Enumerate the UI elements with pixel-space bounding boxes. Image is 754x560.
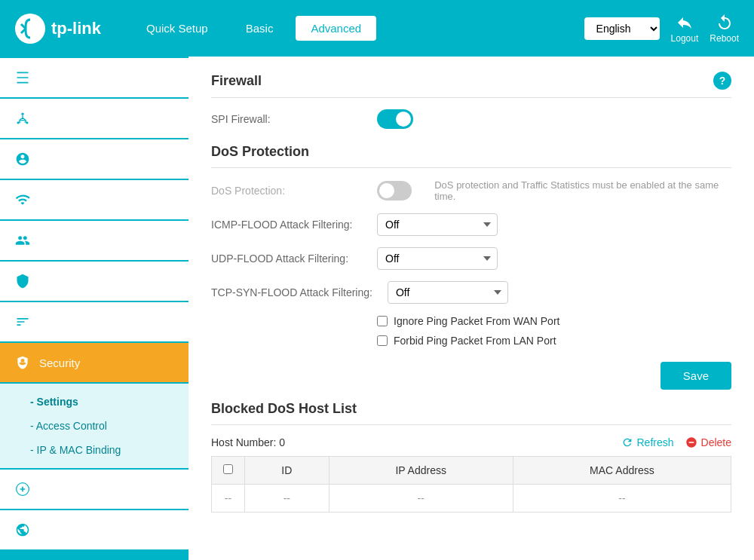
row-id-cell: --: [245, 485, 329, 513]
sidebar-sub-access-control[interactable]: - Access Control: [0, 414, 188, 438]
table-row: -- -- -- --: [212, 485, 731, 513]
parental-icon: [15, 274, 30, 289]
sidebar-item-operation-mode[interactable]: Operation Mode: [0, 139, 188, 179]
sidebar-item-wireless[interactable]: Wireless: [0, 180, 188, 219]
sidebar-item-ipv6[interactable]: IPv6: [0, 510, 188, 549]
tab-advanced[interactable]: Advanced: [296, 16, 376, 41]
dos-section-title: DoS Protection: [211, 144, 731, 168]
main-layout: Status Network Operation Mode Wireless G…: [0, 57, 754, 560]
forbid-ping-lan-checkbox[interactable]: [377, 335, 388, 346]
header-id-col: ID: [245, 457, 329, 485]
dos-toggle[interactable]: [377, 181, 412, 200]
dos-note: DoS protection and Traffic Statistics mu…: [434, 179, 731, 202]
sidebar-item-network[interactable]: Network: [0, 99, 188, 138]
dos-section: DoS Protection DoS Protection: DoS prote…: [211, 144, 731, 347]
blocked-section-title: Blocked DoS Host List: [211, 401, 731, 425]
logout-icon: [676, 14, 694, 32]
logout-button[interactable]: Logout: [671, 14, 699, 44]
operation-icon: [15, 151, 30, 167]
sidebar-item-status[interactable]: Status: [0, 58, 188, 97]
content-area: Firewall ? SPI Firewall: DoS Protection …: [188, 57, 754, 560]
logo-text: tp-link: [51, 19, 101, 38]
sidebar-sub-menu: - Settings - Access Control - IP & MAC B…: [0, 384, 188, 468]
tcp-label: TCP-SYN-FLOOD Attack Filtering:: [211, 286, 372, 298]
sidebar-sub-ip-mac-binding[interactable]: - IP & MAC Binding: [0, 438, 188, 462]
udp-flood-row: UDP-FLOOD Attack Filtering: Off Low Midd…: [211, 247, 731, 270]
icmp-flood-row: ICMP-FLOOD Attack Filtering: Off Low Mid…: [211, 213, 731, 236]
action-buttons: Refresh Delete: [621, 436, 732, 448]
reboot-icon: [716, 14, 734, 32]
dos-label: DoS Protection:: [211, 185, 362, 197]
logo: tp-link: [15, 14, 101, 44]
wireless-icon: [15, 192, 30, 207]
save-button[interactable]: Save: [661, 362, 731, 390]
reboot-button[interactable]: Reboot: [710, 14, 739, 44]
nav-tabs: Quick Setup Basic Advanced: [131, 16, 584, 41]
udp-select[interactable]: Off Low Middle High: [377, 247, 498, 270]
header: tp-link Quick Setup Basic Advanced Engli…: [0, 0, 754, 57]
svg-point-0: [15, 14, 45, 44]
host-info-bar: Host Number: 0 Refresh Delete: [211, 436, 731, 448]
blocked-dos-section: Blocked DoS Host List Host Number: 0 Ref…: [211, 390, 731, 513]
sidebar-item-security[interactable]: Security: [0, 343, 188, 382]
forbid-ping-lan-row: Forbid Ping Packet From LAN Port: [377, 335, 731, 347]
icmp-select[interactable]: Off Low Middle High: [377, 213, 498, 236]
ignore-ping-wan-checkbox[interactable]: [377, 316, 388, 326]
table-header-row: ID IP Address MAC Address: [212, 457, 731, 485]
sidebar-sub-settings[interactable]: - Settings: [0, 390, 188, 414]
tab-basic[interactable]: Basic: [231, 16, 289, 41]
row-mac-cell: --: [513, 485, 731, 513]
ignore-ping-wan-row: Ignore Ping Packet From WAN Port: [377, 315, 731, 327]
forbid-ping-lan-label: Forbid Ping Packet From LAN Port: [394, 335, 556, 347]
delete-button[interactable]: Delete: [685, 436, 731, 448]
logo-icon: [15, 14, 45, 44]
tab-quick-setup[interactable]: Quick Setup: [131, 16, 223, 41]
sidebar-item-guest-network[interactable]: Guest Network: [0, 221, 188, 260]
refresh-icon: [621, 436, 633, 448]
ignore-ping-wan-label: Ignore Ping Packet From WAN Port: [394, 315, 559, 327]
spi-toggle[interactable]: [377, 109, 413, 129]
network-icon: [15, 111, 30, 126]
header-checkbox-col: [212, 457, 245, 485]
header-right: English Logout Reboot: [584, 14, 739, 44]
icmp-label: ICMP-FLOOD Attack Filtering:: [211, 219, 362, 231]
host-count: Host Number: 0: [211, 436, 285, 448]
row-ip-cell: --: [329, 485, 513, 513]
security-icon: [15, 355, 30, 370]
select-all-checkbox[interactable]: [223, 464, 233, 474]
header-ip-col: IP Address: [329, 457, 513, 485]
help-icon[interactable]: ?: [713, 72, 731, 90]
sidebar-item-nat-forwarding[interactable]: NAT Forwarding: [0, 470, 188, 509]
delete-icon: [685, 436, 697, 448]
spi-firewall-row: SPI Firewall:: [211, 109, 731, 129]
tcp-select[interactable]: Off Low Middle High: [388, 281, 508, 304]
header-mac-col: MAC Address: [513, 457, 731, 485]
udp-label: UDP-FLOOD Attack Filtering:: [211, 252, 362, 265]
refresh-button[interactable]: Refresh: [621, 436, 674, 448]
language-select[interactable]: English: [584, 17, 660, 40]
sidebar-item-parental-controls[interactable]: Parental Controls: [0, 262, 188, 301]
guest-icon: [15, 233, 30, 248]
spi-label: SPI Firewall:: [211, 113, 362, 125]
svg-point-1: [21, 113, 23, 115]
sidebar-item-qos[interactable]: QoS: [0, 302, 188, 341]
row-checkbox-cell: --: [212, 485, 245, 513]
firewall-section-title: Firewall ?: [211, 72, 731, 98]
dos-protection-row: DoS Protection: DoS protection and Traff…: [211, 179, 731, 202]
status-icon: [15, 70, 30, 85]
qos-icon: [15, 314, 30, 329]
sidebar: Status Network Operation Mode Wireless G…: [0, 57, 188, 560]
nat-icon: [15, 482, 30, 497]
ipv6-icon: [15, 522, 30, 537]
tcp-flood-row: TCP-SYN-FLOOD Attack Filtering: Off Low …: [211, 281, 731, 304]
blocked-hosts-table: ID IP Address MAC Address -- -- -- --: [211, 456, 731, 513]
